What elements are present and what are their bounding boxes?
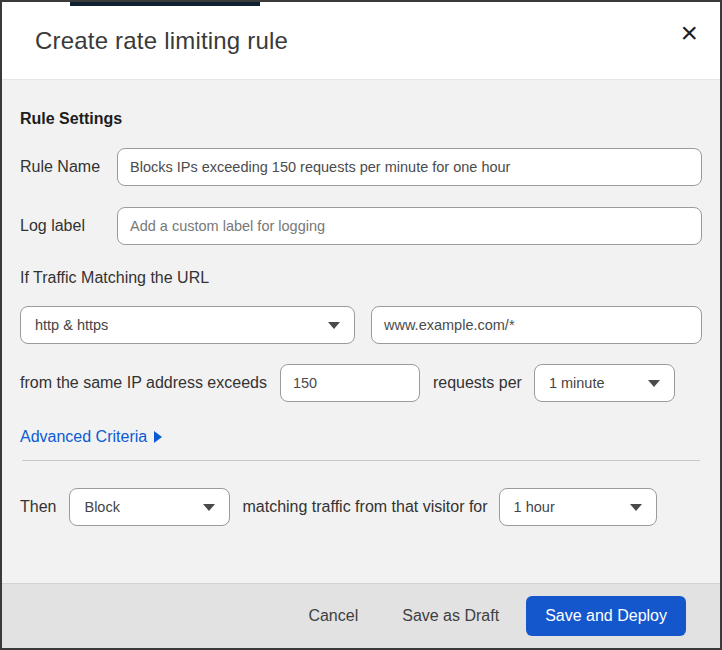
dialog-title: Create rate limiting rule	[35, 27, 288, 55]
scheme-select[interactable]: http & https	[20, 306, 355, 344]
rule-name-row: Rule Name	[20, 148, 702, 186]
chevron-down-icon	[203, 504, 215, 511]
triangle-right-icon	[154, 431, 162, 443]
rule-name-input[interactable]	[117, 148, 702, 186]
chevron-down-icon	[648, 380, 660, 387]
period-select[interactable]: 1 minute	[534, 364, 675, 402]
duration-select[interactable]: 1 hour	[499, 488, 657, 526]
action-row: Then Block matching traffic from that vi…	[20, 488, 702, 526]
dialog-footer: Cancel Save as Draft Save and Deploy	[2, 583, 720, 648]
create-rate-limiting-rule-dialog: Create rate limiting rule × Rule Setting…	[0, 0, 722, 650]
top-accent-strip	[70, 2, 260, 6]
url-input[interactable]	[371, 306, 702, 344]
divider	[22, 460, 700, 461]
traffic-match-intro: If Traffic Matching the URL	[20, 269, 702, 287]
chevron-down-icon	[630, 504, 642, 511]
action-select[interactable]: Block	[69, 488, 230, 526]
log-label-input[interactable]	[117, 207, 702, 245]
chevron-down-icon	[328, 322, 340, 329]
dialog-body: Rule Settings Rule Name Log label If Tra…	[2, 80, 720, 583]
threshold-input[interactable]	[280, 364, 420, 402]
requests-per-text: requests per	[433, 374, 522, 392]
save-and-deploy-button[interactable]: Save and Deploy	[526, 596, 686, 636]
duration-text: matching traffic from that visitor for	[242, 498, 487, 516]
url-match-row: http & https	[20, 306, 702, 344]
advanced-criteria-label: Advanced Criteria	[20, 428, 147, 446]
advanced-criteria-link[interactable]: Advanced Criteria	[20, 428, 162, 446]
exceeds-text: from the same IP address exceeds	[20, 374, 267, 392]
dialog-header: Create rate limiting rule ×	[2, 2, 720, 80]
threshold-row: from the same IP address exceeds request…	[20, 364, 702, 402]
rule-settings-heading: Rule Settings	[20, 110, 702, 128]
save-as-draft-button[interactable]: Save as Draft	[392, 599, 509, 633]
log-label-row: Log label	[20, 207, 702, 245]
action-select-value: Block	[84, 499, 119, 515]
scheme-select-value: http & https	[35, 317, 108, 333]
close-icon[interactable]: ×	[674, 12, 704, 54]
period-select-value: 1 minute	[549, 375, 605, 391]
duration-select-value: 1 hour	[514, 499, 555, 515]
cancel-button[interactable]: Cancel	[298, 599, 368, 633]
then-text: Then	[20, 498, 56, 516]
log-label-label: Log label	[20, 217, 117, 235]
rule-name-label: Rule Name	[20, 158, 117, 176]
